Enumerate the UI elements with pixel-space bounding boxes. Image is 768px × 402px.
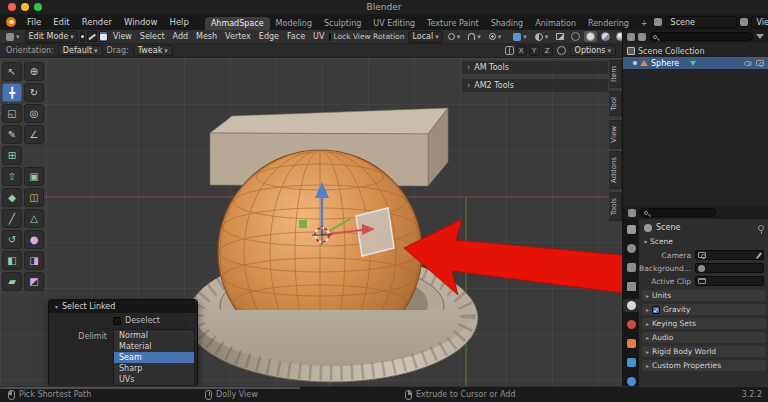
select-menu[interactable]: Select [137,32,168,41]
editor-type-dropdown[interactable] [3,31,23,43]
outliner-row-scene-collection[interactable]: Scene Collection [623,45,768,57]
pivot-point-dropdown[interactable] [445,31,464,43]
tool-move[interactable]: ╋ [2,83,22,102]
tab-tool-properties[interactable] [623,223,639,236]
custom-properties-panel-header[interactable]: Custom Properties [642,360,766,371]
workspace-tab-uv-editing[interactable]: UV Editing [367,17,421,30]
tab-viewlayer-properties[interactable] [623,280,639,293]
delimit-option-sharp[interactable]: Sharp [114,363,194,374]
n-panel-tab-item[interactable]: Item [609,60,622,88]
tab-world-properties[interactable] [623,318,639,331]
workspace-tab-texture-paint[interactable]: Texture Paint [421,17,485,30]
tool-rip-region[interactable]: ◩ [24,272,44,291]
am-tools-panel-header[interactable]: AM Tools [462,61,608,74]
tool-shear[interactable]: ▰ [2,272,22,291]
edge-select-mode-button[interactable] [87,31,97,42]
transform-orientation-dropdown[interactable]: Local [408,31,442,43]
gizmo-plane-handle[interactable] [299,220,307,228]
tool-vertex-slide[interactable]: ◨ [24,251,44,270]
tool-bevel[interactable]: ◆ [2,188,22,207]
rigid-body-world-panel-header[interactable]: Rigid Body World [642,346,766,357]
units-panel-header[interactable]: Units [642,290,766,301]
options-dropdown[interactable]: Options [570,45,616,56]
tab-render-properties[interactable] [623,242,639,255]
tool-rotate[interactable]: ↻ [24,83,44,102]
viewlayer-selector[interactable]: ViewLayer [751,16,768,28]
filter-funnel-icon[interactable] [756,34,764,39]
tool-transform[interactable]: ◎ [24,104,44,123]
mirror-z-toggle[interactable]: Z [542,45,553,56]
workspace-tab-animation[interactable]: Animation [529,17,582,30]
tab-scene-properties[interactable] [623,299,639,312]
tool-cursor[interactable]: ⊕ [24,62,44,81]
deselect-checkbox[interactable] [113,317,121,325]
scene-panel-header[interactable]: Scene [639,234,768,249]
disable-in-renders-toggle[interactable] [756,60,764,66]
scene-selector[interactable]: Scene [665,16,737,28]
tool-knife[interactable]: ╱ [2,209,22,228]
pin-icon[interactable] [758,225,764,231]
snapping-dropdown[interactable] [465,31,484,43]
n-panel-tab-tool[interactable]: Tool [609,91,622,117]
audio-panel-header[interactable]: Audio [642,332,766,343]
tool-scale[interactable]: ◱ [2,104,22,123]
selected-face[interactable] [356,208,394,256]
proportional-editing-dropdown[interactable] [486,31,505,43]
workspace-tab-modeling[interactable]: Modeling [270,17,318,30]
tool-spin[interactable]: ↺ [2,230,22,249]
uv-menu[interactable]: UV [310,32,327,41]
menu-window[interactable]: Window [118,16,164,28]
tool-measure[interactable]: ∠ [24,125,44,144]
hide-in-viewport-toggle[interactable] [744,61,752,66]
am2-tools-panel-header[interactable]: AM2 Tools [462,79,608,92]
add-menu[interactable]: Add [170,32,192,41]
orientation-dropdown[interactable]: Default [58,45,103,56]
mesh-menu[interactable]: Mesh [193,32,220,41]
vertex-menu[interactable]: Vertex [222,32,254,41]
workspace-tab-sculpting[interactable]: Sculpting [318,17,367,30]
browse-viewlayer-icon[interactable] [740,18,748,26]
xray-toggle[interactable] [553,31,567,43]
tool-inset-faces[interactable]: ▣ [24,167,44,186]
mirror-x-toggle[interactable]: X [516,45,527,56]
outliner-filter-dropdown[interactable] [638,33,646,41]
expand-dot-icon[interactable] [633,61,637,65]
tab-object-properties[interactable] [623,337,639,350]
menu-file[interactable]: File [21,16,47,28]
drag-dropdown[interactable]: Tweak [133,45,173,56]
tool-loop-cut[interactable]: ◫ [24,188,44,207]
tool-poly-build[interactable]: △ [24,209,44,228]
tool-annotate[interactable]: ✎ [2,125,22,144]
delimit-option-uvs[interactable]: UVs [114,374,194,385]
tool-edge-slide[interactable]: ◧ [2,251,22,270]
view-menu[interactable]: View [110,32,135,41]
tool-extrude-region[interactable]: ⇧ [2,167,22,186]
viewport-3d[interactable]: ↖ ⊕ ╋ ↻ ◱ ◎ ✎ ∠ ⊞ ⇧ ▣ ◆ ◫ ╱ △ ↺ ● ◧ ◨ ▰ … [0,58,622,386]
tool-tweak-select[interactable]: ↖ [2,62,22,81]
face-select-mode-button[interactable] [99,31,108,42]
delimit-option-normal[interactable]: Normal [114,330,194,341]
gravity-panel-header[interactable]: ✓Gravity [642,304,766,315]
menu-edit[interactable]: Edit [47,16,75,28]
mirror-y-toggle[interactable]: Y [529,45,540,56]
tab-modifier-properties[interactable] [623,356,639,369]
vertex-select-mode-button[interactable] [80,31,85,42]
outliner-search-input[interactable] [649,32,753,41]
gravity-checkbox[interactable]: ✓ [652,306,660,314]
menu-render[interactable]: Render [76,16,118,28]
outliner-display-mode-dropdown[interactable] [627,33,635,41]
keying-sets-panel-header[interactable]: Keying Sets [642,318,766,329]
properties-editor-type-dropdown[interactable] [628,209,636,217]
workspace-tab-ahmadspace[interactable]: AhmadSpace [205,17,270,30]
n-panel-tab-tools[interactable]: Tools [609,192,622,221]
n-panel-tab-view[interactable]: View [609,120,622,149]
outliner-row-sphere[interactable]: Sphere [623,57,768,69]
eyedropper-icon[interactable] [755,252,761,258]
shading-solid-button[interactable] [584,31,597,42]
tab-output-properties[interactable] [623,261,639,274]
shading-wireframe-button[interactable] [569,31,582,42]
background-scene-field[interactable] [695,263,764,273]
workspace-tab-shading[interactable]: Shading [485,17,530,30]
select-linked-popup-header[interactable]: Select Linked [49,300,197,313]
active-clip-field[interactable] [695,276,764,286]
